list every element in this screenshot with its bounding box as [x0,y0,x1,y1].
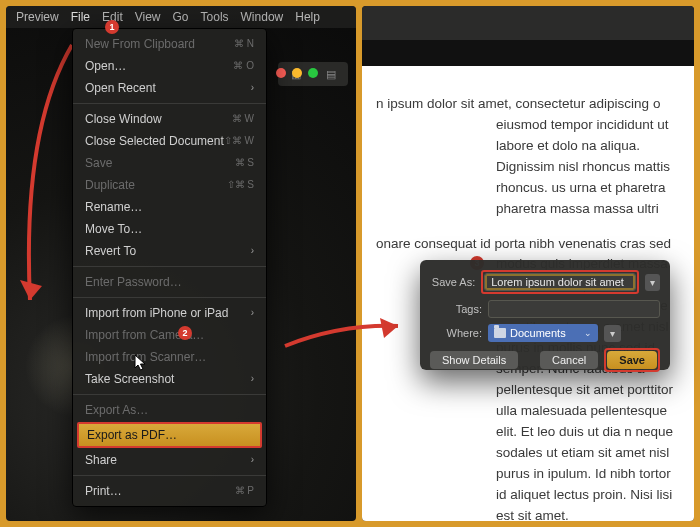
left-screenshot: Preview File Edit View Go Tools Window H… [6,6,356,521]
zoom-window-dot[interactable] [308,68,318,78]
where-value: Documents [510,327,566,339]
save-sheet: Save As: ▾ Tags: Where: Documents ⌄ ▾ Sh… [420,260,670,370]
menu-move-to[interactable]: Move To… [73,218,266,240]
menubar-item-preview[interactable]: Preview [16,10,59,24]
chevron-right-icon: › [251,243,254,259]
where-disclosure-button[interactable]: ▾ [604,325,621,342]
chevron-right-icon: › [251,305,254,321]
menu-share[interactable]: Share› [73,449,266,471]
annotation-step4-box: Save [604,348,660,372]
thumbnails-icon[interactable]: ▤ [326,68,336,81]
menu-close-window[interactable]: Close Window⌘ W [73,108,266,130]
tags-label: Tags: [430,303,482,315]
menu-revert-to[interactable]: Revert To› [73,240,266,262]
menu-export-as: Export As… [73,399,266,421]
menu-rename[interactable]: Rename… [73,196,266,218]
where-select[interactable]: Documents ⌄ [488,324,598,342]
menu-save: Save⌘ S [73,152,266,174]
window-titlebar [362,6,694,40]
document-paragraph: n ipsum dolor sit amet, consectetur adip… [376,94,680,220]
menu-close-selected[interactable]: Close Selected Document⇧⌘ W [73,130,266,152]
menu-export-pdf[interactable]: Export as PDF… [79,424,260,446]
annotation-step3-box [481,270,639,294]
close-window-dot[interactable] [276,68,286,78]
menu-enter-password: Enter Password… [73,271,266,293]
save-button[interactable]: Save [607,351,657,369]
menu-new-from-clipboard: New From Clipboard⌘ N [73,33,266,55]
annotation-badge-2: 2 [178,326,192,340]
chevron-right-icon: › [251,371,254,387]
cancel-button[interactable]: Cancel [540,351,598,369]
menu-print[interactable]: Print…⌘ P [73,480,266,502]
menu-separator [73,394,266,395]
save-as-label: Save As: [430,276,475,288]
annotation-badge-1: 1 [105,20,119,34]
tags-input[interactable] [488,300,660,318]
menubar-item-window[interactable]: Window [241,10,284,24]
show-details-button[interactable]: Show Details [430,351,518,369]
chevron-right-icon: › [251,80,254,96]
cursor-icon [134,354,148,372]
menubar-item-file[interactable]: File [71,10,90,24]
menubar-item-help[interactable]: Help [295,10,320,24]
menubar-item-view[interactable]: View [135,10,161,24]
menu-separator [73,103,266,104]
where-label: Where: [430,327,482,339]
menu-separator [73,266,266,267]
annotation-step2-box: Export as PDF… [77,422,262,448]
menubar: Preview File Edit View Go Tools Window H… [6,6,356,28]
minimize-window-dot[interactable] [292,68,302,78]
disclosure-button[interactable]: ▾ [645,274,660,291]
menu-import-camera: Import from Camera… [73,324,266,346]
menu-take-screenshot[interactable]: Take Screenshot› [73,368,266,390]
chevron-right-icon: › [251,452,254,468]
menu-open[interactable]: Open…⌘ O [73,55,266,77]
menu-open-recent[interactable]: Open Recent› [73,77,266,99]
save-as-input[interactable] [484,273,636,291]
menubar-item-tools[interactable]: Tools [201,10,229,24]
menubar-item-go[interactable]: Go [173,10,189,24]
chevron-up-down-icon: ⌄ [584,328,592,338]
menu-separator [73,475,266,476]
menu-import-scanner: Import from Scanner… [73,346,266,368]
window-traffic-lights [276,68,318,78]
folder-icon [494,328,506,338]
menu-import-iphone[interactable]: Import from iPhone or iPad› [73,302,266,324]
menu-separator [73,297,266,298]
file-menu-dropdown: New From Clipboard⌘ N Open…⌘ O Open Rece… [72,28,267,507]
menu-duplicate: Duplicate⇧⌘ S [73,174,266,196]
